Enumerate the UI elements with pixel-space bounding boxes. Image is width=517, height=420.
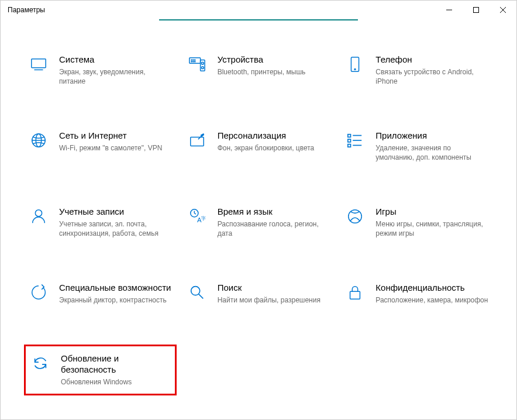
svg-point-14 bbox=[201, 62, 204, 64]
lock-icon bbox=[345, 283, 365, 302]
globe-icon bbox=[29, 130, 49, 150]
tile-title: Приложения bbox=[375, 130, 488, 142]
svg-point-11 bbox=[193, 61, 194, 62]
svg-point-17 bbox=[354, 69, 356, 70]
tile-desc: Wi-Fi, режим "в самолете", VPN bbox=[59, 143, 172, 153]
svg-point-15 bbox=[201, 67, 204, 69]
tile-ease-of-access[interactable]: Специальные возможности Экранный диктор,… bbox=[24, 278, 177, 309]
tile-gaming[interactable]: Игры Меню игры, снимки, трансляция, режи… bbox=[340, 202, 493, 243]
tile-title: Сеть и Интернет bbox=[59, 130, 172, 142]
svg-point-7 bbox=[191, 60, 192, 60]
tile-title: Телефон bbox=[375, 54, 488, 66]
tile-desc: Учетные записи, эл. почта, синхронизация… bbox=[59, 219, 172, 238]
svg-rect-23 bbox=[348, 139, 351, 142]
tile-desc: Связать устройство с Android, iPhone bbox=[375, 67, 488, 86]
tile-title: Поиск bbox=[218, 283, 330, 294]
apps-list-icon bbox=[345, 130, 365, 150]
tile-desc: Удаление, значения по умолчанию, доп. ко… bbox=[375, 143, 488, 162]
maximize-button[interactable] bbox=[463, 1, 490, 19]
settings-grid: Система Экран, звук, уведомления, питани… bbox=[24, 50, 493, 395]
svg-rect-13 bbox=[200, 60, 205, 71]
tile-network[interactable]: Сеть и Интернет Wi-Fi, режим "в самолете… bbox=[24, 126, 177, 167]
tile-title: Конфиденциальность bbox=[375, 283, 488, 294]
maximize-icon bbox=[473, 7, 479, 13]
accessibility-icon bbox=[29, 283, 49, 302]
svg-rect-1 bbox=[474, 8, 479, 13]
svg-text:字: 字 bbox=[201, 215, 205, 221]
tile-desc: Распознавание голоса, регион, дата bbox=[218, 219, 330, 238]
tile-title: Время и язык bbox=[218, 206, 330, 218]
close-button[interactable] bbox=[490, 1, 516, 19]
tile-time-language[interactable]: A 字 Время и язык Распознавание голоса, р… bbox=[182, 202, 335, 243]
tile-apps[interactable]: Приложения Удаление, значения по умолчан… bbox=[340, 126, 493, 167]
titlebar: Параметры bbox=[1, 1, 516, 19]
window-controls bbox=[436, 1, 516, 19]
tile-desc: Обновления Windows bbox=[61, 377, 170, 387]
content: Система Экран, звук, уведомления, питани… bbox=[1, 20, 516, 407]
tile-desc: Bluetooth, принтеры, мышь bbox=[218, 67, 330, 77]
tile-title: Система bbox=[59, 54, 172, 66]
svg-rect-22 bbox=[348, 135, 351, 137]
tile-phone[interactable]: Телефон Связать устройство с Android, iP… bbox=[340, 50, 493, 91]
svg-point-8 bbox=[193, 60, 194, 60]
tile-privacy[interactable]: Конфиденциальность Расположение, камера,… bbox=[340, 278, 493, 309]
system-icon bbox=[29, 54, 49, 74]
tile-devices[interactable]: Устройства Bluetooth, принтеры, мышь bbox=[182, 50, 335, 91]
tile-title: Обновление и безопасность bbox=[61, 353, 170, 376]
close-icon bbox=[500, 7, 506, 13]
tile-title: Устройства bbox=[218, 54, 330, 66]
time-language-icon: A 字 bbox=[187, 206, 207, 226]
tile-title: Учетные записи bbox=[59, 206, 172, 218]
tile-personalization[interactable]: Персонализация Фон, экран блокировки, цв… bbox=[182, 126, 335, 167]
svg-line-36 bbox=[198, 294, 203, 299]
svg-rect-4 bbox=[32, 59, 46, 68]
svg-point-12 bbox=[194, 61, 195, 62]
svg-point-10 bbox=[191, 61, 192, 62]
svg-rect-37 bbox=[350, 292, 360, 299]
tile-desc: Найти мои файлы, разрешения bbox=[218, 295, 330, 305]
devices-icon bbox=[187, 54, 207, 74]
xbox-icon bbox=[345, 206, 365, 226]
svg-point-28 bbox=[35, 210, 42, 216]
svg-point-9 bbox=[194, 60, 195, 60]
phone-icon bbox=[345, 54, 365, 74]
tile-title: Игры bbox=[375, 206, 488, 218]
tile-update-security[interactable]: Обновление и безопасность Обновления Win… bbox=[24, 345, 177, 395]
sync-icon bbox=[30, 353, 50, 373]
tile-search[interactable]: Поиск Найти мои файлы, разрешения bbox=[182, 278, 335, 309]
window-title: Параметры bbox=[8, 6, 45, 14]
svg-line-31 bbox=[194, 214, 196, 215]
tile-desc: Меню игры, снимки, трансляция, режим игр… bbox=[375, 219, 488, 238]
tile-desc: Фон, экран блокировки, цвета bbox=[218, 143, 330, 153]
tile-desc: Экранный диктор, контрастность bbox=[59, 295, 172, 305]
paintbrush-icon bbox=[187, 130, 207, 150]
svg-rect-24 bbox=[348, 144, 351, 147]
search-icon bbox=[187, 283, 207, 302]
minimize-button[interactable] bbox=[436, 1, 463, 19]
minimize-icon bbox=[446, 7, 452, 13]
svg-point-35 bbox=[191, 287, 199, 295]
tile-desc: Экран, звук, уведомления, питание bbox=[59, 67, 172, 86]
svg-rect-21 bbox=[190, 137, 204, 146]
tile-title: Персонализация bbox=[218, 130, 330, 142]
person-icon bbox=[29, 206, 49, 226]
tile-accounts[interactable]: Учетные записи Учетные записи, эл. почта… bbox=[24, 202, 177, 243]
tile-system[interactable]: Система Экран, звук, уведомления, питани… bbox=[24, 50, 177, 91]
tile-title: Специальные возможности bbox=[59, 283, 172, 294]
tile-desc: Расположение, камера, микрофон bbox=[375, 295, 488, 305]
